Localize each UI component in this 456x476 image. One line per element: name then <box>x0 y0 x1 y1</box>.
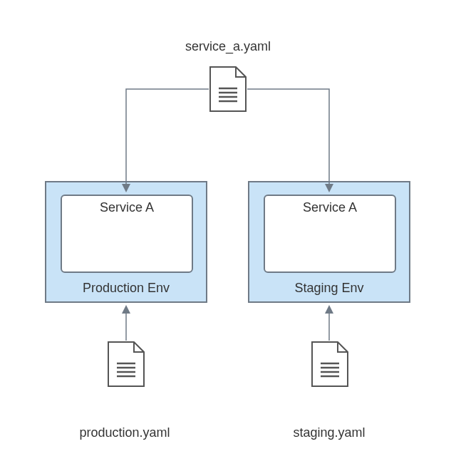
production-file-label: production.yaml <box>53 425 196 440</box>
file-icon <box>107 341 145 388</box>
top-file-label: service_a.yaml <box>142 39 314 54</box>
production-env-label: Production Env <box>46 281 206 296</box>
arrow-top-to-production <box>126 89 209 190</box>
production-service-box: Service A <box>61 195 193 273</box>
staging-service-box: Service A <box>264 195 396 273</box>
file-icon <box>311 341 349 388</box>
file-icon <box>209 66 247 113</box>
arrow-top-to-staging <box>247 89 329 190</box>
staging-env-label: Staging Env <box>249 281 409 296</box>
staging-file-label: staging.yaml <box>258 425 400 440</box>
